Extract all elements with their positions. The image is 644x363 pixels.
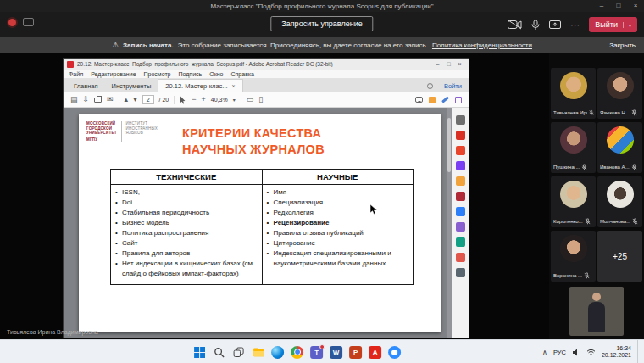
create-pdf-tool-icon[interactable]: [456, 146, 465, 155]
zoom-app-icon[interactable]: [388, 346, 401, 359]
search-tool-icon[interactable]: [456, 115, 465, 125]
close-icon[interactable]: ×: [627, 0, 644, 12]
combine-files-tool-icon[interactable]: [456, 192, 465, 201]
previous-page-icon[interactable]: ▴: [125, 96, 129, 103]
participant-tile[interactable]: Воронина ...: [551, 231, 596, 282]
participant-tile[interactable]: Молчанова...: [597, 176, 642, 227]
teams-icon[interactable]: [310, 346, 323, 359]
list-item: Цитирование: [267, 238, 409, 249]
tray-overflow-icon[interactable]: ∧: [542, 349, 547, 356]
overflow-participants-tile[interactable]: +25: [597, 231, 642, 282]
menu-file[interactable]: Файл: [69, 71, 83, 77]
powerpoint-icon[interactable]: [349, 346, 362, 359]
more-tools-icon[interactable]: [456, 268, 465, 277]
tab-document[interactable]: 20.12. Мастер-клас... ×: [158, 79, 242, 92]
notification-badge: [319, 344, 325, 349]
edit-pdf-tool-icon[interactable]: [456, 161, 465, 170]
tab-home[interactable]: Главная: [67, 80, 105, 92]
acrobat-taskbar-icon[interactable]: [369, 346, 381, 359]
banner-text: Это собрание записывается. Присоединяясь…: [178, 42, 428, 49]
camera-off-icon[interactable]: [508, 20, 522, 30]
teams-meeting-window: Мастер-класс "Подбор профильного журнала…: [0, 0, 644, 363]
menu-sign[interactable]: Подпись: [179, 71, 203, 77]
avatar: [607, 126, 634, 154]
tab-tools[interactable]: Инструменты: [105, 80, 158, 92]
email-icon[interactable]: ✉: [107, 96, 114, 103]
zoom-in-icon[interactable]: +: [202, 96, 206, 103]
measure-tool-icon[interactable]: [456, 253, 465, 262]
list-item: Специализация: [267, 198, 409, 208]
zoom-dropdown-icon[interactable]: ▾: [233, 98, 236, 103]
tab-close-icon[interactable]: ×: [232, 83, 236, 89]
comment-icon[interactable]: [415, 97, 423, 103]
acrobat-minimize-icon[interactable]: –: [432, 61, 443, 67]
zoom-level[interactable]: 40,3%: [211, 97, 228, 103]
mic-icon[interactable]: [531, 20, 540, 31]
compress-pdf-tool-icon[interactable]: [456, 207, 465, 216]
acrobat-maximize-icon[interactable]: □: [443, 61, 454, 67]
side-panel-icon[interactable]: ▤: [70, 96, 78, 103]
start-button[interactable]: [193, 346, 206, 359]
volume-icon[interactable]: [572, 349, 580, 356]
toolbar-divider: [119, 96, 119, 104]
leave-meeting-button[interactable]: Выйти ▾: [589, 17, 637, 32]
fill-sign-tool-icon[interactable]: [456, 222, 465, 232]
minimize-icon[interactable]: –: [593, 0, 610, 12]
participant-tile[interactable]: Тивьялева Ири...: [551, 68, 596, 119]
scrollbar-thumb[interactable]: [447, 118, 451, 172]
sign-in-button[interactable]: Войти: [444, 82, 462, 90]
university-name: МОСКОВСКИЙ ГОРОДСКОЙ УНИВЕРСИТЕТ МГПУ: [86, 121, 117, 142]
word-icon[interactable]: [330, 346, 342, 359]
share-screen-icon[interactable]: [549, 20, 561, 30]
comment-tool-icon[interactable]: [456, 176, 465, 186]
notifications-icon[interactable]: [427, 83, 433, 89]
shared-screen-stage: 20.12. Мастер-класс_Подбор_профильного_ж…: [0, 53, 549, 339]
toolbar-divider: [241, 96, 242, 104]
university-logo: МОСКОВСКИЙ ГОРОДСКОЙ УНИВЕРСИТЕТ МГПУ ИН…: [86, 121, 158, 142]
participant-tile[interactable]: Языкова Н...: [597, 68, 642, 119]
language-indicator[interactable]: РУС: [553, 349, 566, 356]
page-number-input[interactable]: 2: [142, 95, 154, 104]
participant-tile[interactable]: Иванова А...: [597, 122, 642, 173]
fit-page-icon[interactable]: ▯: [258, 96, 263, 103]
mic-muted-icon: [581, 164, 587, 170]
menu-view[interactable]: Просмотр: [144, 71, 171, 77]
menu-window[interactable]: Окно: [209, 71, 223, 77]
system-tray: ∧ РУС 16:34 20.12.2021: [542, 340, 640, 363]
fit-width-icon[interactable]: ▭: [247, 96, 254, 103]
participant-name: Пушкина ...: [553, 165, 580, 170]
export-pdf-tool-icon[interactable]: [456, 131, 465, 140]
annotation-tools: [415, 97, 462, 103]
sign-icon[interactable]: [455, 97, 462, 103]
save-icon[interactable]: ⇩: [83, 96, 90, 103]
time-label: 16:34: [602, 345, 631, 353]
select-tool-icon[interactable]: [180, 96, 186, 104]
leave-dropdown-icon[interactable]: ▾: [623, 22, 631, 28]
menu-help[interactable]: Справка: [231, 71, 254, 77]
window-titlebar: Мастер-класс "Подбор профильного журнала…: [0, 0, 644, 12]
chrome-icon[interactable]: [291, 346, 303, 359]
acrobat-close-icon[interactable]: ×: [454, 61, 465, 67]
task-view-icon[interactable]: [232, 346, 245, 359]
privacy-policy-link[interactable]: Политика конфиденциальности: [432, 42, 532, 49]
file-explorer-icon[interactable]: [252, 346, 264, 359]
request-control-button[interactable]: Запросить управление: [270, 16, 373, 31]
draw-icon[interactable]: [441, 96, 449, 103]
next-page-icon[interactable]: ▾: [133, 96, 137, 103]
more-options-icon[interactable]: ⋯: [570, 20, 580, 30]
menu-edit[interactable]: Редактирование: [91, 71, 136, 77]
highlight-icon[interactable]: [429, 97, 436, 103]
stamp-tool-icon[interactable]: [456, 237, 465, 247]
participant-video-tile[interactable]: [569, 287, 624, 336]
network-icon[interactable]: [586, 349, 596, 355]
edge-icon[interactable]: [271, 346, 284, 359]
maximize-icon[interactable]: □: [610, 0, 627, 12]
zoom-out-icon[interactable]: −: [192, 96, 196, 103]
print-icon[interactable]: [94, 98, 102, 103]
clock[interactable]: 16:34 20.12.2021: [602, 345, 631, 360]
participant-tile[interactable]: Пушкина ...: [551, 122, 596, 173]
search-icon[interactable]: [213, 346, 225, 359]
show-desktop-button[interactable]: [637, 340, 640, 363]
participant-tile[interactable]: Короленко...: [551, 176, 596, 227]
banner-close-button[interactable]: Закрыть: [609, 42, 636, 49]
